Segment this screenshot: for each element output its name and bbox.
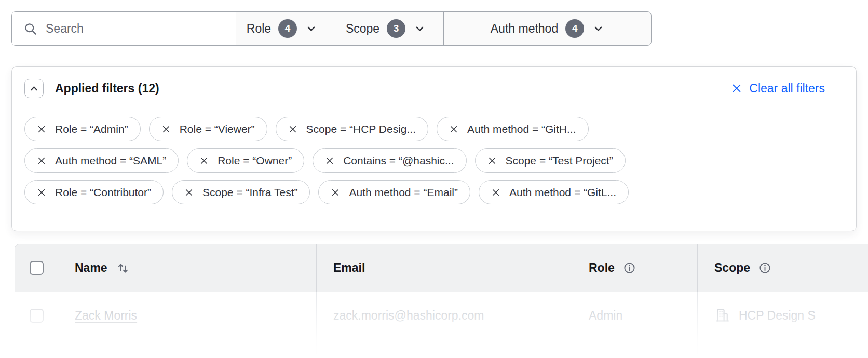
clear-all-filters-label: Clear all filters	[749, 81, 825, 95]
x-icon[interactable]	[449, 125, 458, 134]
filter-chip[interactable]: Auth method = “SAML”	[24, 148, 179, 173]
column-header-email[interactable]: Email	[316, 244, 572, 292]
user-email-text: zack.morris@hashicorp.com	[333, 309, 484, 323]
filter-toolbar: Role 4 Scope 3 Auth method 4	[11, 11, 652, 46]
search-icon	[23, 22, 37, 36]
x-icon[interactable]	[491, 188, 500, 197]
auth-method-filter-count-badge: 4	[565, 19, 584, 38]
filter-chip-label: Auth method = “GitH...	[467, 123, 576, 135]
sort-icon[interactable]	[116, 261, 130, 276]
cell-email: zack.morris@hashicorp.com	[316, 292, 572, 358]
user-role-text: Admin	[589, 309, 622, 323]
filter-chip-label: Role = “Owner”	[218, 155, 292, 167]
filter-chip-label: Scope = “Infra Test”	[202, 186, 297, 199]
applied-filters-header: Applied filters (12) Clear all filters	[24, 78, 844, 98]
filter-chip[interactable]: Scope = “HCP Desig...	[276, 117, 428, 141]
user-name-link[interactable]: Zack Morris	[75, 309, 137, 323]
scope-filter-count-badge: 3	[387, 19, 405, 38]
search-segment	[12, 12, 236, 45]
auth-method-filter-label: Auth method	[491, 22, 558, 36]
role-filter-label: Role	[247, 22, 271, 36]
chip-row: Auth method = “SAML” Role = “Owner” Cont…	[24, 148, 844, 173]
collapse-filters-button[interactable]	[24, 79, 44, 98]
filter-chip[interactable]: Contains = “@hashic...	[313, 148, 466, 173]
filter-chip[interactable]: Role = “Admin”	[24, 117, 141, 141]
cell-scope: HCP Design S	[697, 292, 868, 358]
column-header-role-label: Role	[589, 261, 615, 275]
x-icon	[731, 82, 742, 94]
filter-chip-label: Auth method = “SAML”	[55, 155, 166, 167]
x-icon[interactable]	[331, 188, 340, 197]
filter-chip-label: Auth method = “GitL...	[509, 186, 616, 199]
table-row: Zack Morris zack.morris@hashicorp.com Ad…	[15, 292, 868, 358]
x-icon[interactable]	[288, 125, 297, 134]
column-header-name-label: Name	[75, 261, 107, 275]
chevron-down-icon	[305, 23, 317, 35]
filter-chip[interactable]: Role = “Contributor”	[24, 180, 164, 204]
chip-row: Role = “Contributor” Scope = “Infra Test…	[24, 180, 844, 204]
cell-role: Admin	[572, 292, 697, 358]
x-icon[interactable]	[161, 125, 171, 134]
filter-chip-label: Role = “Admin”	[55, 123, 128, 135]
chip-row: Role = “Admin” Role = “Viewer” Scope = “…	[24, 117, 844, 141]
org-building-icon	[714, 307, 730, 323]
filter-chip[interactable]: Role = “Viewer”	[149, 117, 267, 141]
filter-chip-label: Role = “Contributor”	[55, 186, 151, 199]
filter-chip-label: Auth method = “Email”	[349, 186, 458, 199]
select-all-checkbox[interactable]	[30, 261, 44, 275]
filter-chip[interactable]: Scope = “Infra Test”	[172, 180, 310, 204]
filter-chip-label: Role = “Viewer”	[180, 123, 255, 135]
search-input[interactable]	[46, 22, 228, 36]
table-header-row: Name Email Role Scope	[15, 244, 868, 292]
auth-method-filter-dropdown[interactable]: Auth method 4	[443, 12, 651, 45]
info-icon[interactable]	[758, 261, 771, 274]
applied-filters-title: Applied filters (12)	[55, 81, 159, 95]
filter-chip[interactable]: Auth method = “Email”	[318, 180, 470, 204]
filter-chip-label: Contains = “@hashic...	[343, 155, 454, 167]
row-checkbox[interactable]	[30, 309, 44, 323]
cell-name: Zack Morris	[58, 292, 316, 358]
role-filter-dropdown[interactable]: Role 4	[236, 12, 328, 45]
filter-chip[interactable]: Scope = “Test Project”	[475, 148, 626, 173]
x-icon[interactable]	[325, 156, 334, 166]
applied-filters-panel: Applied filters (12) Clear all filters R…	[11, 66, 857, 231]
column-header-role[interactable]: Role	[572, 244, 697, 292]
x-icon[interactable]	[199, 156, 209, 166]
clear-all-filters-button[interactable]: Clear all filters	[731, 81, 825, 95]
row-select-cell	[15, 292, 58, 358]
scope-filter-label: Scope	[346, 22, 379, 36]
x-icon[interactable]	[487, 156, 497, 166]
column-header-email-label: Email	[333, 261, 365, 275]
filter-chip[interactable]: Auth method = “GitL...	[479, 180, 629, 204]
chevron-down-icon	[414, 23, 426, 35]
x-icon[interactable]	[37, 188, 46, 197]
column-header-scope-label: Scope	[714, 261, 750, 275]
chevron-up-icon	[29, 83, 39, 94]
chevron-down-icon	[592, 23, 604, 35]
info-icon[interactable]	[623, 261, 636, 274]
scope-filter-dropdown[interactable]: Scope 3	[328, 12, 443, 45]
filter-chip[interactable]: Auth method = “GitH...	[437, 117, 589, 141]
filter-chip[interactable]: Role = “Owner”	[187, 148, 304, 173]
filter-chip-label: Scope = “Test Project”	[506, 155, 613, 167]
users-table: Name Email Role Scope	[15, 244, 868, 358]
x-icon[interactable]	[37, 156, 46, 166]
role-filter-count-badge: 4	[278, 19, 297, 38]
x-icon[interactable]	[37, 125, 46, 134]
select-all-cell	[15, 244, 58, 292]
filter-chips: Role = “Admin” Role = “Viewer” Scope = “…	[24, 117, 844, 204]
column-header-name[interactable]: Name	[58, 244, 316, 292]
filter-chip-label: Scope = “HCP Desig...	[306, 123, 416, 135]
user-scope-text: HCP Design S	[739, 309, 816, 323]
column-header-scope[interactable]: Scope	[697, 244, 868, 292]
x-icon[interactable]	[184, 188, 194, 197]
